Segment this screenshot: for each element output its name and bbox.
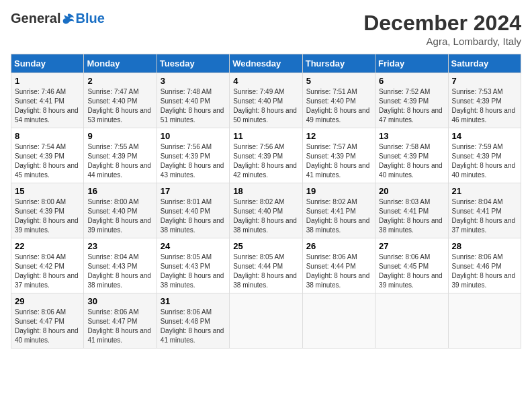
- day-number: 8: [15, 131, 80, 141]
- day-info: Sunrise: 7:58 AM Sunset: 4:39 PM Dayligh…: [379, 142, 444, 180]
- day-info: Sunrise: 8:02 AM Sunset: 4:41 PM Dayligh…: [306, 197, 371, 235]
- header-wednesday: Wednesday: [230, 54, 302, 73]
- day-number: 7: [452, 76, 517, 86]
- day-number: 15: [15, 186, 80, 196]
- logo-general-text: General: [11, 11, 60, 26]
- day-info: Sunrise: 8:02 AM Sunset: 4:40 PM Dayligh…: [233, 197, 298, 235]
- day-info: Sunrise: 7:57 AM Sunset: 4:39 PM Dayligh…: [306, 142, 371, 180]
- day-number: 25: [233, 241, 298, 251]
- calendar-cell: 23 Sunrise: 8:04 AM Sunset: 4:43 PM Dayl…: [84, 238, 157, 293]
- day-number: 14: [452, 131, 517, 141]
- calendar-cell: 27 Sunrise: 8:06 AM Sunset: 4:45 PM Dayl…: [375, 238, 448, 293]
- calendar-cell: 28 Sunrise: 8:06 AM Sunset: 4:46 PM Dayl…: [448, 238, 521, 293]
- day-info: Sunrise: 8:06 AM Sunset: 4:46 PM Dayligh…: [452, 253, 517, 290]
- day-number: 30: [87, 296, 152, 306]
- day-number: 20: [379, 186, 444, 196]
- day-info: Sunrise: 7:52 AM Sunset: 4:39 PM Dayligh…: [379, 87, 444, 125]
- day-number: 6: [379, 76, 444, 86]
- day-number: 28: [452, 241, 517, 251]
- day-number: 2: [87, 76, 152, 86]
- calendar-cell: 26 Sunrise: 8:06 AM Sunset: 4:44 PM Dayl…: [302, 238, 375, 293]
- day-number: 3: [161, 76, 226, 86]
- day-number: 16: [87, 186, 152, 196]
- day-info: Sunrise: 8:04 AM Sunset: 4:43 PM Dayligh…: [87, 253, 152, 290]
- calendar-table: Sunday Monday Tuesday Wednesday Thursday…: [11, 54, 521, 349]
- month-title: December 2024: [363, 11, 521, 36]
- day-info: Sunrise: 8:06 AM Sunset: 4:44 PM Dayligh…: [306, 253, 371, 290]
- calendar-cell: 8 Sunrise: 7:54 AM Sunset: 4:39 PM Dayli…: [11, 128, 84, 183]
- logo: General Blue: [11, 11, 105, 26]
- day-info: Sunrise: 8:05 AM Sunset: 4:43 PM Dayligh…: [161, 253, 226, 290]
- day-info: Sunrise: 8:00 AM Sunset: 4:40 PM Dayligh…: [87, 197, 152, 235]
- day-info: Sunrise: 8:04 AM Sunset: 4:42 PM Dayligh…: [15, 253, 80, 290]
- calendar-cell: 30 Sunrise: 8:06 AM Sunset: 4:47 PM Dayl…: [84, 293, 157, 349]
- calendar-cell: 21 Sunrise: 8:04 AM Sunset: 4:41 PM Dayl…: [448, 183, 521, 238]
- calendar-cell: 12 Sunrise: 7:57 AM Sunset: 4:39 PM Dayl…: [302, 128, 375, 183]
- day-info: Sunrise: 7:53 AM Sunset: 4:39 PM Dayligh…: [452, 87, 517, 125]
- day-info: Sunrise: 8:05 AM Sunset: 4:44 PM Dayligh…: [233, 253, 298, 290]
- day-number: 22: [15, 241, 80, 251]
- calendar-cell: 25 Sunrise: 8:05 AM Sunset: 4:44 PM Dayl…: [230, 238, 302, 293]
- calendar-cell: 2 Sunrise: 7:47 AM Sunset: 4:40 PM Dayli…: [84, 73, 157, 128]
- day-info: Sunrise: 7:55 AM Sunset: 4:39 PM Dayligh…: [87, 142, 152, 180]
- calendar-cell: 13 Sunrise: 7:58 AM Sunset: 4:39 PM Dayl…: [375, 128, 448, 183]
- day-info: Sunrise: 7:51 AM Sunset: 4:40 PM Dayligh…: [306, 87, 371, 125]
- header-saturday: Saturday: [448, 54, 521, 73]
- day-number: 1: [15, 76, 80, 86]
- day-info: Sunrise: 8:04 AM Sunset: 4:41 PM Dayligh…: [452, 197, 517, 235]
- header-tuesday: Tuesday: [157, 54, 229, 73]
- calendar-cell: 29 Sunrise: 8:06 AM Sunset: 4:47 PM Dayl…: [11, 293, 84, 349]
- day-info: Sunrise: 7:47 AM Sunset: 4:40 PM Dayligh…: [87, 87, 152, 125]
- calendar-cell: [230, 293, 302, 349]
- title-area: December 2024 Agra, Lombardy, Italy: [363, 11, 521, 47]
- header-monday: Monday: [84, 54, 157, 73]
- calendar-cell: 22 Sunrise: 8:04 AM Sunset: 4:42 PM Dayl…: [11, 238, 84, 293]
- day-number: 9: [87, 131, 152, 141]
- calendar-cell: 6 Sunrise: 7:52 AM Sunset: 4:39 PM Dayli…: [375, 73, 448, 128]
- day-number: 24: [161, 241, 226, 251]
- calendar-header-row: Sunday Monday Tuesday Wednesday Thursday…: [11, 54, 521, 73]
- location-title: Agra, Lombardy, Italy: [363, 36, 521, 47]
- calendar-cell: 15 Sunrise: 8:00 AM Sunset: 4:39 PM Dayl…: [11, 183, 84, 238]
- day-info: Sunrise: 8:06 AM Sunset: 4:48 PM Dayligh…: [161, 308, 226, 345]
- day-info: Sunrise: 8:00 AM Sunset: 4:39 PM Dayligh…: [15, 197, 80, 235]
- calendar-cell: 17 Sunrise: 8:01 AM Sunset: 4:40 PM Dayl…: [157, 183, 229, 238]
- logo-blue-text: Blue: [75, 11, 104, 26]
- day-number: 29: [15, 296, 80, 306]
- calendar-cell: [375, 293, 448, 349]
- calendar-cell: 4 Sunrise: 7:49 AM Sunset: 4:40 PM Dayli…: [230, 73, 302, 128]
- day-number: 23: [87, 241, 152, 251]
- calendar-cell: [448, 293, 521, 349]
- calendar-cell: 24 Sunrise: 8:05 AM Sunset: 4:43 PM Dayl…: [157, 238, 229, 293]
- day-info: Sunrise: 7:56 AM Sunset: 4:39 PM Dayligh…: [233, 142, 298, 180]
- logo-bird-icon: [62, 12, 75, 26]
- day-info: Sunrise: 7:56 AM Sunset: 4:39 PM Dayligh…: [161, 142, 226, 180]
- day-info: Sunrise: 8:06 AM Sunset: 4:47 PM Dayligh…: [87, 308, 152, 345]
- header-sunday: Sunday: [11, 54, 84, 73]
- calendar-cell: 3 Sunrise: 7:48 AM Sunset: 4:40 PM Dayli…: [157, 73, 229, 128]
- calendar-week-2: 8 Sunrise: 7:54 AM Sunset: 4:39 PM Dayli…: [11, 128, 521, 183]
- day-info: Sunrise: 7:49 AM Sunset: 4:40 PM Dayligh…: [233, 87, 298, 125]
- day-number: 19: [306, 186, 371, 196]
- day-number: 26: [306, 241, 371, 251]
- calendar-cell: 31 Sunrise: 8:06 AM Sunset: 4:48 PM Dayl…: [157, 293, 229, 349]
- calendar-cell: [302, 293, 375, 349]
- calendar-cell: 19 Sunrise: 8:02 AM Sunset: 4:41 PM Dayl…: [302, 183, 375, 238]
- day-info: Sunrise: 7:46 AM Sunset: 4:41 PM Dayligh…: [15, 87, 80, 125]
- header-friday: Friday: [375, 54, 448, 73]
- calendar-cell: 14 Sunrise: 7:59 AM Sunset: 4:39 PM Dayl…: [448, 128, 521, 183]
- calendar-cell: 5 Sunrise: 7:51 AM Sunset: 4:40 PM Dayli…: [302, 73, 375, 128]
- calendar-cell: 10 Sunrise: 7:56 AM Sunset: 4:39 PM Dayl…: [157, 128, 229, 183]
- header-thursday: Thursday: [302, 54, 375, 73]
- calendar-week-1: 1 Sunrise: 7:46 AM Sunset: 4:41 PM Dayli…: [11, 73, 521, 128]
- day-number: 27: [379, 241, 444, 251]
- day-number: 5: [306, 76, 371, 86]
- day-info: Sunrise: 7:54 AM Sunset: 4:39 PM Dayligh…: [15, 142, 80, 180]
- calendar-cell: 7 Sunrise: 7:53 AM Sunset: 4:39 PM Dayli…: [448, 73, 521, 128]
- day-number: 18: [233, 186, 298, 196]
- calendar-week-3: 15 Sunrise: 8:00 AM Sunset: 4:39 PM Dayl…: [11, 183, 521, 238]
- day-number: 10: [161, 131, 226, 141]
- day-number: 21: [452, 186, 517, 196]
- day-info: Sunrise: 8:06 AM Sunset: 4:47 PM Dayligh…: [15, 308, 80, 345]
- calendar-cell: 11 Sunrise: 7:56 AM Sunset: 4:39 PM Dayl…: [230, 128, 302, 183]
